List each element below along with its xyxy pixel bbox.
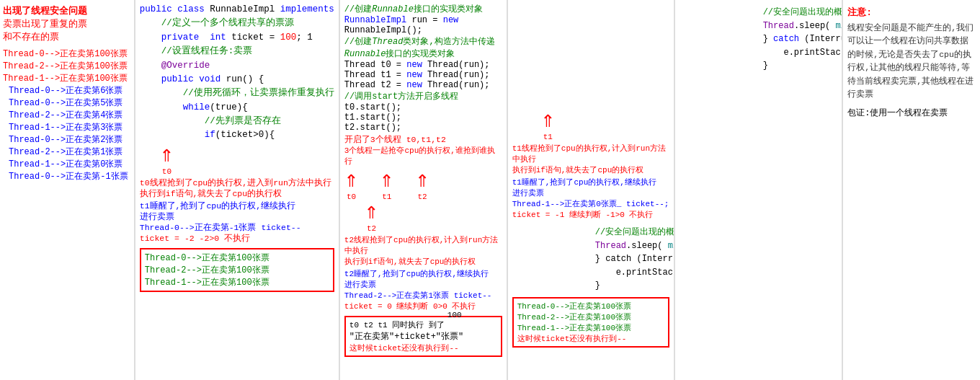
up-arrow-t0-col3: ⇑ [344,169,358,193]
create-thread-comment: //创建Thread类对象,构造方法中传递Runnable接口的实现类对象 [344,35,502,60]
code-line-5: @Override [140,59,334,73]
t1-annotation4: 进行卖票 [140,211,334,222]
thread-line-6: Thread-2-->正在卖第4张票 [3,109,131,121]
code-line-7: //使用死循环，让卖票操作重复执行 [140,87,334,100]
col5-catch: } catch (InterruptedException e) { [680,32,837,46]
code-line-10: if(ticket>0){ [140,128,334,142]
code-line-6: public void run() { [140,73,334,87]
thread-line-1: Thread-0-->正在卖第100张票 [3,48,131,60]
code-line-1: public class RunnableImpl implements Run… [140,3,334,17]
notes-panel: 注意: 线程安全问题是不能产生的,我们可以让一个线程在访问共享数据的时候,无论是… [843,0,980,380]
thread-line-4: Thread-0-->正在卖第6张票 [3,84,131,97]
thread-t0-line: Thread t0 = new Thread(run); [344,60,502,70]
note-text: 线程安全问题是不能产生的,我们可以让一个线程在访问共享数据的时候,无论是否失去了… [847,22,976,101]
arrow-t0-label-col3: t0 [347,193,356,201]
arrow-t2-label-col3: t2 [417,193,427,201]
t1-col4-annotation6: ticket = -1 继续判断 -1>0 不执行 [512,209,654,220]
t0-annotation2: 执行到if语句,就失去了cpu的执行权 [140,188,334,199]
col5-stacktrace: e.printStackTrace(); [680,46,837,60]
start-comment: //调用start方法开启多线程 [344,90,502,102]
thread-line-2: Thread-2-->正在卖第100张票 [3,60,131,72]
t1-col4-annotation1: t1线程抢到了cpu的执行权,计入到run方法中执行 [512,143,670,164]
thread-line-5: Thread-0-->正在卖第5张票 [3,97,131,109]
sleep-line: Thread.sleep( millis: 10); [512,239,670,253]
safety-warning-title: 出现了线程安全问题 [3,4,131,17]
thread-line-8: Thread-0-->正在卖第2张票 [3,133,131,146]
t2-annotation1: t2线程抢到了cpu的执行权,计入到run方法中执行 [344,234,502,256]
code-block: public class RunnableImpl implements Run… [140,3,334,143]
main-layout: 出现了线程安全问题 卖票出现了重复的票 和不存在的票 Thread-0-->正在… [0,0,980,380]
arrow-t2-below-label: t2 [367,224,376,233]
arrows-row: ⇑ t0 ⇑ t1 ⇑ t2 [344,169,502,201]
t0-start-line: t0.start(); [344,102,502,112]
t1-col4-annotation3: t1睡醒了,抢到了cpu的执行权,继续执行 [512,177,656,187]
up-arrow-t1-col3: ⇑ [380,169,393,193]
t1-col4-annotation2: 执行到if语句,就失去了cpu的执行权 [512,164,644,175]
highlight-box-col4: Thread-0-->正在卖第100张票 Thread-2-->正在卖第100张… [512,297,670,348]
t1-annotation3: t1睡醒了,抢到了cpu的执行权,继续执行 [140,200,334,211]
t2-annotation4: 进行卖票 [344,279,502,290]
t2-arrow-label: ⇑ t2 [344,201,502,233]
code-panel: public class RunnableImpl implements Run… [135,0,340,380]
box-thread1: Thread-1-->正在卖第100张票 [145,276,329,288]
col5-code: //安全问题出现的概率，让程序睡眠 Thread.sleep( millis: … [680,6,837,73]
thread-line-10: Thread-1-->正在卖第0张票 [3,158,131,170]
continuing-code: //安全问题出现的概率，让程序睡眠 Thread.sleep( millis: … [512,226,670,293]
code-line-4: //设置线程任务:卖票 [140,45,334,58]
right-code-col5: //安全问题出现的概率，让程序睡眠 Thread.sleep( millis: … [675,0,843,380]
box-annotation-row: t0 t2 t1 同时执行 到了 100 [349,319,497,330]
code-line-3: private int ticket = 100; 1 [140,31,334,45]
col5-sleep: Thread.sleep( millis: 10); [680,19,837,33]
ticket-100-note: 100 [447,321,462,330]
compete-annotation: 3个线程一起抢夺cpu的执行权,谁抢到谁执行 [344,145,502,167]
safety-warning-subtitle2: 和不存在的票 [3,30,131,43]
arrow-t0-label: t0 [162,167,172,176]
create-runnable-comment: //创建Runnable接口的实现类对象 [344,3,502,15]
code-snippet: "正在卖第"+ticket+"张票" [349,330,497,343]
box-col4-thread2: Thread-2-->正在卖第100张票 [517,311,665,322]
arrow-t2-below: ⇑ t2 [365,201,378,233]
up-arrow-t0: ⇑ [160,144,174,167]
safety-warning-subtitle: 卖票出现了重复的票 [3,17,131,30]
t1-annotations: ⇑ t1 t1线程抢到了cpu的执行权,计入到run方法中执行 执行到if语句,… [512,110,670,220]
stack-trace-line: e.printStackTrace(); [512,266,670,280]
code-line-2: //定义一个多个线程共享的票源 [140,17,334,30]
t0t2t1-label: t0 t2 t1 同时执行 到了 [349,319,445,330]
new-runnable-line: RunnableImpl run = new RunnableImpl(); [344,15,502,35]
t0-annotation1: t0线程抢到了cpu的执行权,进入到run方法中执行 [140,177,334,188]
box-thread2: Thread-2-->正在卖第100张票 [145,264,329,276]
up-arrow-t1-col4: ⇑ [541,110,555,133]
arrow-t1-col4: ⇑ t1 [541,110,555,141]
t2-annotation6: ticket = 0 继续判断 0>0 不执行 [344,301,502,311]
highlight-box-col3: t0 t2 t1 同时执行 到了 100 "正在卖第"+ticket+"张票" … [344,316,502,357]
t1-annotation5: Thread-0-->正在卖第-1张票 ticket-- [140,222,334,233]
thread-line-7: Thread-1-->正在卖第3张票 [3,121,131,133]
ticket-note: 这时候ticket还没有执行到-- [349,343,497,353]
t1-annotation6: ticket = -2 -2>0 不执行 [140,233,334,244]
open-threads-annotation: 开启了3个线程 t0,t1,t2 [344,134,502,145]
t1-col4-annotation4: 进行卖票 [512,187,544,198]
catch-close: } [512,279,670,293]
thread-t2-line: Thread t2 = new Thread(run); [344,80,502,90]
t2-annotation3: t2睡醒了,抢到了cpu的执行权,继续执行 [344,268,502,279]
box-col4-thread1: Thread-1-->正在卖第100张票 [517,322,665,333]
thread-t1-line: Thread t1 = new Thread(run); [344,70,502,80]
up-arrow-t2-below: ⇑ [365,201,378,224]
right-code-panel: //创建Runnable接口的实现类对象 RunnableImpl run = … [340,0,508,380]
t1-panel: ⇑ t1 t1线程抢到了cpu的执行权,计入到run方法中执行 执行到if语句,… [508,0,676,380]
t1-col4-annotation5: Thread-1-->正在卖第0张票_ ticket--; [512,198,669,209]
highlight-box: Thread-0-->正在卖第100张票 Thread-2-->正在卖第100张… [140,248,334,292]
arrow-t1-col3: ⇑ t1 [380,169,393,201]
arrow-t0-col3: ⇑ t0 [344,169,358,201]
t2-start-line: t2.start(); [344,123,502,133]
thread-line-9: Thread-2-->正在卖第1张票 [3,146,131,158]
up-arrow-t2-col3: ⇑ [415,169,429,193]
box-col4-note: 这时候ticket还没有执行到-- [517,333,665,344]
note-label: 注意: [847,6,976,19]
t2-annotation2: 执行到if语句,就失去了cpu的执行权 [344,256,502,267]
left-panel: 出现了线程安全问题 卖票出现了重复的票 和不存在的票 Thread-0-->正在… [0,0,135,380]
sleep-comment: //安全问题出现的概率，让程序睡眠 [512,226,670,239]
box-col4-thread0: Thread-0-->正在卖第100张票 [517,301,665,311]
arrow-t0: ⇑ t0 [160,144,174,176]
t1-start-line: t1.start(); [344,112,502,123]
